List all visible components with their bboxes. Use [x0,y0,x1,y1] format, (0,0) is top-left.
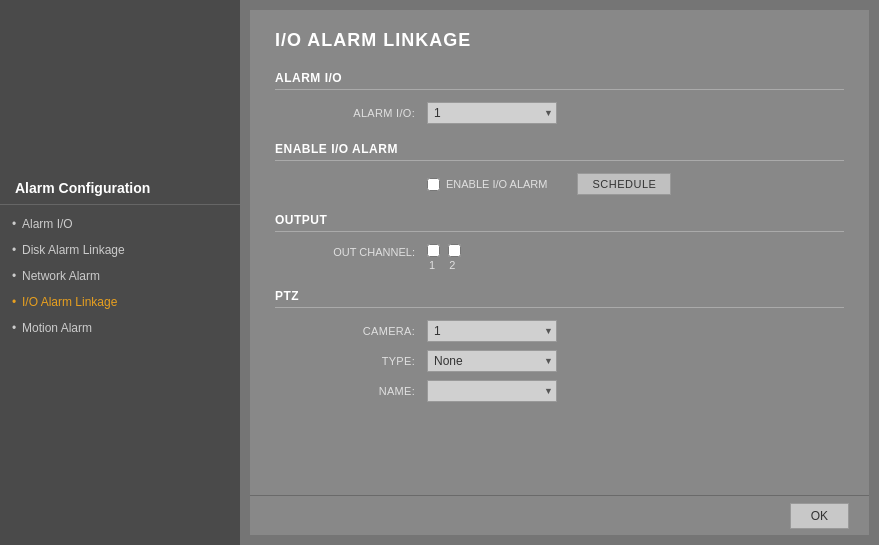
channel-numbers: 1 2 [427,259,461,271]
bottom-bar: OK [250,495,869,535]
enable-io-alarm-checkbox[interactable] [427,178,440,191]
camera-row: Camera: 1 2 3 4 [275,320,844,342]
ptz-section: PTZ Camera: 1 2 3 4 Type: None [275,289,844,402]
out-channel-row: Out Channel: 1 2 [275,244,844,271]
sidebar-item-alarm-io[interactable]: Alarm I/O [0,211,240,237]
type-label: Type: [295,355,415,367]
ok-button[interactable]: OK [790,503,849,529]
alarm-io-select[interactable]: 1 2 3 4 [427,102,557,124]
enable-io-alarm-header: Enable I/O Alarm [275,142,844,161]
type-select-wrapper[interactable]: None Preset Cruise Track [427,350,557,372]
channel-checkboxes-row [427,244,461,257]
name-row: Name: [275,380,844,402]
page-title: I/O Alarm Linkage [275,30,844,51]
name-select[interactable] [427,380,557,402]
enable-io-alarm-checkbox-label[interactable]: Enable I/O Alarm [427,178,547,191]
alarm-io-label: Alarm I/O: [295,107,415,119]
alarm-io-select-wrapper[interactable]: 1 2 3 4 [427,102,557,124]
name-select-wrapper[interactable] [427,380,557,402]
out-channel-label: Out Channel: [295,244,415,258]
sidebar-item-label: I/O Alarm Linkage [22,295,117,309]
name-label: Name: [295,385,415,397]
camera-select-wrapper[interactable]: 1 2 3 4 [427,320,557,342]
alarm-io-section: Alarm I/O Alarm I/O: 1 2 3 4 [275,71,844,124]
sidebar-item-label: Alarm I/O [22,217,73,231]
channel-2-checkbox[interactable] [448,244,461,257]
camera-label: Camera: [295,325,415,337]
sidebar-item-io-alarm-linkage[interactable]: I/O Alarm Linkage [0,289,240,315]
channel-1-number: 1 [429,259,435,271]
sidebar-item-label: Disk Alarm Linkage [22,243,125,257]
enable-io-alarm-row: Enable I/O Alarm Schedule [275,173,844,195]
type-select[interactable]: None Preset Cruise Track [427,350,557,372]
content-area: I/O Alarm Linkage Alarm I/O Alarm I/O: 1… [250,10,869,495]
sidebar-item-label: Motion Alarm [22,321,92,335]
sidebar-item-label: Network Alarm [22,269,100,283]
type-row: Type: None Preset Cruise Track [275,350,844,372]
sidebar-item-network-alarm[interactable]: Network Alarm [0,263,240,289]
main-panel: I/O Alarm Linkage Alarm I/O Alarm I/O: 1… [240,0,879,545]
sidebar-item-disk-alarm-linkage[interactable]: Disk Alarm Linkage [0,237,240,263]
schedule-button[interactable]: Schedule [577,173,671,195]
channel-2-number: 2 [449,259,455,271]
sidebar-item-motion-alarm[interactable]: Motion Alarm [0,315,240,341]
alarm-io-header: Alarm I/O [275,71,844,90]
sidebar: Alarm Configuration Alarm I/O Disk Alarm… [0,0,240,545]
output-header: Output [275,213,844,232]
channel-1-checkbox[interactable] [427,244,440,257]
ptz-header: PTZ [275,289,844,308]
camera-select[interactable]: 1 2 3 4 [427,320,557,342]
output-section: Output Out Channel: 1 2 [275,213,844,271]
out-channel-checkboxes: 1 2 [427,244,461,271]
sidebar-title: Alarm Configuration [0,170,240,205]
enable-io-alarm-label-text: Enable I/O Alarm [446,178,547,190]
enable-io-alarm-section: Enable I/O Alarm Enable I/O Alarm Schedu… [275,142,844,195]
alarm-io-row: Alarm I/O: 1 2 3 4 [275,102,844,124]
